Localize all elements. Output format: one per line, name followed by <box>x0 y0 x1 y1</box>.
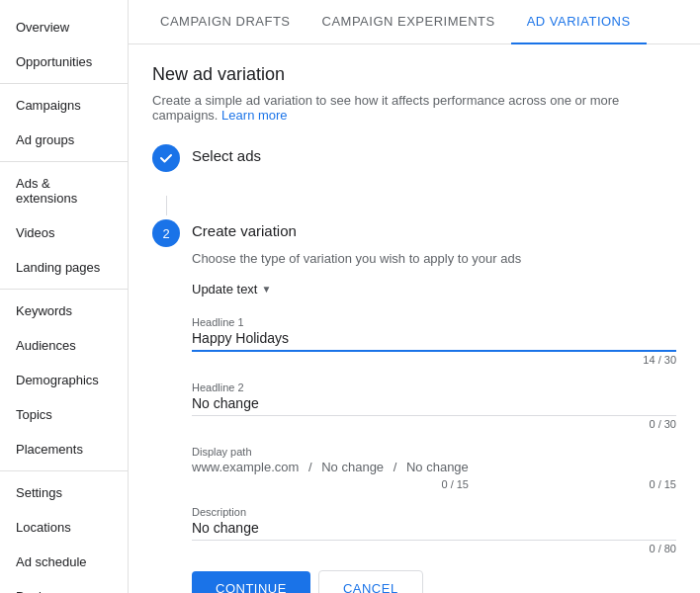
sidebar-item-devices[interactable]: Devices <box>0 579 128 593</box>
page-title: New ad variation <box>152 64 676 85</box>
cancel-button[interactable]: CANCEL <box>318 570 423 593</box>
display-path-counter1: 0 / 15 <box>291 478 469 490</box>
headline2-value[interactable]: No change <box>192 395 676 416</box>
tab-bar: CAMPAIGN DRAFTS CAMPAIGN EXPERIMENTS AD … <box>129 0 700 44</box>
sidebar-item-ads-extensions[interactable]: Ads & extensions <box>0 166 128 215</box>
sidebar-divider-4 <box>0 470 128 471</box>
sidebar-item-ad-groups[interactable]: Ad groups <box>0 123 128 157</box>
continue-button[interactable]: CONTINUE <box>192 571 310 593</box>
headline1-counter: 14 / 30 <box>192 354 676 366</box>
sidebar-divider-3 <box>0 289 128 290</box>
sidebar-item-settings[interactable]: Settings <box>0 475 128 510</box>
sidebar-item-audiences[interactable]: Audiences <box>0 328 128 363</box>
display-path-seg1[interactable]: No change <box>321 460 384 474</box>
headline2-label: Headline 2 <box>192 381 676 393</box>
path-base-gap <box>192 478 291 490</box>
path-separator-1: / <box>305 460 315 474</box>
sidebar-item-keywords[interactable]: Keywords <box>0 294 128 328</box>
learn-more-link[interactable]: Learn more <box>221 108 287 123</box>
sidebar-divider-1 <box>0 83 128 84</box>
select-ads-step: Select ads <box>152 142 676 176</box>
dropdown-label: Update text <box>192 282 258 296</box>
action-buttons: CONTINUE CANCEL <box>192 570 676 593</box>
create-variation-step: 2 Create variation Choose the type of va… <box>152 217 676 593</box>
headline2-field: Headline 2 No change 0 / 30 <box>192 381 676 430</box>
description-value[interactable]: No change <box>192 520 676 541</box>
display-path-label: Display path <box>192 446 676 458</box>
display-path-counter2: 0 / 15 <box>498 478 676 490</box>
headline2-counter: 0 / 30 <box>192 418 676 430</box>
path-sep-gap <box>469 478 498 490</box>
step-2-indicator: 2 <box>152 219 180 247</box>
step-2-content: Create variation Choose the type of vari… <box>192 217 676 593</box>
ad-variations-tab[interactable]: AD VARIATIONS <box>511 0 647 44</box>
page-description: Create a simple ad variation to see how … <box>152 93 676 123</box>
description-label: Description <box>192 506 676 518</box>
sidebar-item-ad-schedule[interactable]: Ad schedule <box>0 545 128 579</box>
sidebar-item-placements[interactable]: Placements <box>0 432 128 466</box>
dropdown-arrow-icon: ▼ <box>262 284 272 295</box>
campaign-experiments-tab[interactable]: CAMPAIGN EXPERIMENTS <box>306 0 511 44</box>
sidebar-item-demographics[interactable]: Demographics <box>0 363 128 397</box>
description-field: Description No change 0 / 80 <box>192 506 676 554</box>
sidebar-item-topics[interactable]: Topics <box>0 397 128 432</box>
campaign-drafts-tab[interactable]: CAMPAIGN DRAFTS <box>144 0 306 44</box>
sidebar-item-videos[interactable]: Videos <box>0 215 128 250</box>
headline1-value[interactable]: Happy Holidays <box>192 330 676 352</box>
sidebar-item-opportunities[interactable]: Opportunities <box>0 44 128 79</box>
step-1-title: Select ads <box>192 142 676 170</box>
description-counter: 0 / 80 <box>192 543 676 554</box>
display-path-row: www.example.com / No change / No change <box>192 460 676 474</box>
headline1-label: Headline 1 <box>192 316 676 328</box>
step-2-number: 2 <box>162 226 169 241</box>
sidebar-divider-2 <box>0 161 128 162</box>
sidebar: Overview Opportunities Campaigns Ad grou… <box>0 0 129 593</box>
sidebar-item-campaigns[interactable]: Campaigns <box>0 88 128 123</box>
display-path-seg2[interactable]: No change <box>406 460 469 474</box>
step-connector <box>166 196 167 215</box>
main-content: CAMPAIGN DRAFTS CAMPAIGN EXPERIMENTS AD … <box>129 0 700 593</box>
content-area: New ad variation Create a simple ad vari… <box>129 44 700 593</box>
display-path-counters: 0 / 15 0 / 15 <box>192 478 676 490</box>
sidebar-item-overview[interactable]: Overview <box>0 10 128 44</box>
sidebar-item-locations[interactable]: Locations <box>0 510 128 545</box>
display-path-field: Display path www.example.com / No change… <box>192 446 676 490</box>
step-2-subtitle: Choose the type of variation you wish to… <box>192 251 676 266</box>
step-2-title: Create variation <box>192 217 676 245</box>
display-path-base: www.example.com <box>192 460 299 474</box>
path-separator-2: / <box>390 460 400 474</box>
step-1-container: Select ads <box>152 142 676 215</box>
variation-type-dropdown[interactable]: Update text ▼ <box>192 278 271 300</box>
step-1-content: Select ads <box>192 142 676 176</box>
sidebar-item-landing-pages[interactable]: Landing pages <box>0 250 128 285</box>
step-1-indicator <box>152 144 180 172</box>
headline1-field: Headline 1 Happy Holidays 14 / 30 <box>192 316 676 366</box>
